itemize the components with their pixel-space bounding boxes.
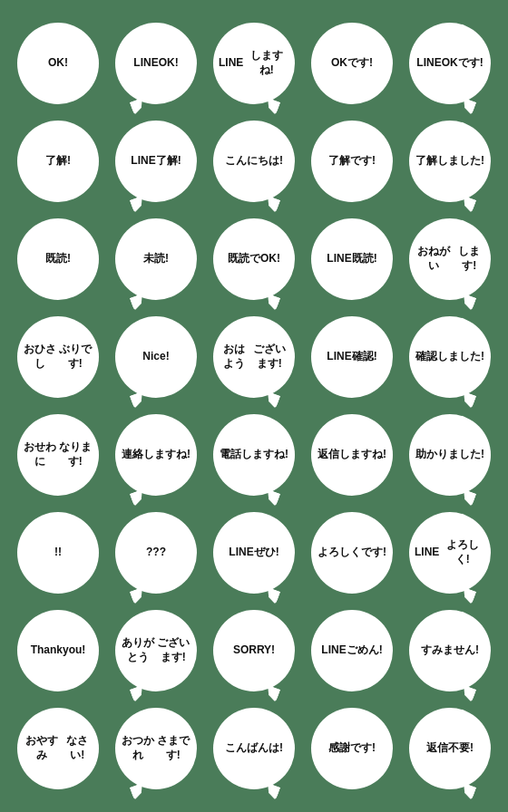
sticker-text-22-line-0: 連絡 — [122, 448, 143, 462]
sticker-bubble-34[interactable]: LINEごめん! — [311, 610, 393, 691]
sticker-bubble-8[interactable]: こんにちは! — [213, 121, 295, 202]
sticker-text-39-line-1: です! — [350, 741, 376, 756]
sticker-cell-35: すみません! — [405, 605, 495, 696]
sticker-text-14-line-0: LINE — [327, 252, 351, 266]
sticker-text-18-line-1: ございます! — [249, 343, 289, 371]
sticker-bubble-24[interactable]: 返信しますね! — [311, 414, 393, 496]
sticker-text-11-line-0: 既読! — [45, 252, 71, 266]
sticker-cell-17: Nice! — [111, 312, 201, 402]
sticker-cell-5: LINEOKです! — [405, 18, 495, 109]
sticker-bubble-11[interactable]: 既読! — [17, 218, 99, 300]
sticker-text-35-line-1: せん! — [454, 643, 479, 658]
sticker-bubble-3[interactable]: LINEしますね! — [213, 23, 295, 104]
sticker-text-23-line-1: しますね! — [241, 448, 288, 462]
sticker-text-9-line-0: 了解 — [328, 154, 350, 169]
sticker-text-6-line-0: 了解! — [45, 154, 71, 169]
sticker-text-32-line-1: ございます! — [155, 636, 191, 664]
sticker-text-36-line-1: なさい! — [62, 734, 93, 762]
sticker-cell-31: Thankyou! — [13, 605, 103, 696]
sticker-cell-16: おひさしぶりです! — [13, 312, 103, 402]
sticker-text-24-line-0: 返信 — [318, 448, 339, 462]
sticker-bubble-33[interactable]: SORRY! — [213, 610, 295, 691]
sticker-text-12-line-0: 未読! — [143, 252, 169, 266]
sticker-text-40-line-1: 不要! — [448, 741, 474, 756]
sticker-bubble-35[interactable]: すみません! — [409, 610, 491, 691]
sticker-cell-26: !! — [13, 508, 103, 598]
sticker-bubble-9[interactable]: 了解です! — [311, 121, 393, 202]
sticker-text-27-line-0: ??? — [146, 546, 166, 560]
sticker-cell-9: 了解です! — [307, 116, 397, 207]
sticker-cell-19: LINE確認! — [307, 312, 397, 402]
sticker-bubble-28[interactable]: LINEぜひ! — [213, 512, 295, 594]
sticker-bubble-16[interactable]: おひさしぶりです! — [17, 316, 99, 398]
sticker-cell-30: LINEよろしく! — [405, 508, 495, 598]
sticker-bubble-31[interactable]: Thankyou! — [17, 610, 99, 691]
sticker-bubble-12[interactable]: 未読! — [115, 218, 197, 300]
sticker-cell-7: LINE了解! — [111, 116, 201, 207]
sticker-text-29-line-1: です! — [361, 546, 386, 560]
sticker-bubble-39[interactable]: 感謝です! — [311, 708, 393, 789]
sticker-text-16-line-1: ぶりです! — [56, 343, 93, 371]
sticker-cell-13: 既読でOK! — [209, 214, 299, 304]
sticker-bubble-20[interactable]: 確認しました! — [409, 316, 491, 398]
sticker-bubble-4[interactable]: OKです! — [311, 23, 393, 104]
sticker-bubble-18[interactable]: おはようございます! — [213, 316, 295, 398]
sticker-cell-34: LINEごめん! — [307, 605, 397, 696]
sticker-bubble-23[interactable]: 電話しますね! — [213, 414, 295, 496]
sticker-text-36-line-0: おやすみ — [23, 734, 62, 762]
sticker-bubble-10[interactable]: 了解しました! — [409, 121, 491, 202]
sticker-text-34-line-1: ごめん! — [347, 643, 383, 658]
sticker-text-3-line-1: しますね! — [243, 49, 289, 77]
sticker-cell-14: LINE既読! — [307, 214, 397, 304]
sticker-text-28-line-0: LINE — [229, 546, 253, 560]
sticker-bubble-40[interactable]: 返信不要! — [409, 708, 491, 789]
sticker-bubble-5[interactable]: LINEOKです! — [409, 23, 491, 104]
sticker-text-21-line-0: おせわに — [23, 440, 56, 469]
sticker-text-18-line-0: おはよう — [219, 343, 249, 371]
sticker-text-15-line-1: します! — [454, 245, 485, 273]
sticker-cell-32: ありがとうございます! — [111, 605, 201, 696]
sticker-bubble-30[interactable]: LINEよろしく! — [409, 512, 491, 594]
sticker-cell-4: OKです! — [307, 18, 397, 109]
sticker-bubble-27[interactable]: ??? — [115, 512, 197, 594]
sticker-bubble-26[interactable]: !! — [17, 512, 99, 594]
sticker-cell-25: 助かりました! — [405, 410, 495, 500]
sticker-bubble-29[interactable]: よろしくです! — [311, 512, 393, 594]
sticker-cell-18: おはようございます! — [209, 312, 299, 402]
sticker-bubble-22[interactable]: 連絡しますね! — [115, 414, 197, 496]
sticker-cell-38: こんばんは! — [209, 703, 299, 794]
sticker-bubble-21[interactable]: おせわになります! — [17, 414, 99, 496]
sticker-bubble-1[interactable]: OK! — [17, 23, 99, 104]
sticker-bubble-13[interactable]: 既読でOK! — [213, 218, 295, 300]
sticker-text-40-line-0: 返信 — [426, 741, 448, 756]
sticker-text-13-line-1: でOK! — [249, 252, 280, 266]
sticker-text-16-line-0: おひさし — [23, 343, 56, 371]
sticker-grid: OK!LINEOK!LINEしますね!OKです!LINEOKです!了解!LINE… — [0, 4, 508, 808]
sticker-text-7-line-1: 了解! — [156, 154, 181, 169]
sticker-text-8-line-0: こんにちは! — [225, 154, 283, 169]
sticker-text-35-line-0: すみま — [421, 643, 454, 658]
sticker-bubble-36[interactable]: おやすみなさい! — [17, 708, 99, 789]
sticker-cell-10: 了解しました! — [405, 116, 495, 207]
sticker-cell-6: 了解! — [13, 116, 103, 207]
sticker-cell-39: 感謝です! — [307, 703, 397, 794]
sticker-text-29-line-0: よろしく — [318, 546, 361, 560]
sticker-bubble-25[interactable]: 助かりました! — [409, 414, 491, 496]
sticker-bubble-6[interactable]: 了解! — [17, 121, 99, 202]
sticker-text-1-line-0: OK! — [48, 56, 68, 71]
sticker-bubble-38[interactable]: こんばんは! — [213, 708, 295, 789]
sticker-bubble-37[interactable]: おつかれさまです! — [115, 708, 197, 789]
sticker-text-4-line-1: です! — [347, 56, 373, 71]
sticker-bubble-17[interactable]: Nice! — [115, 316, 197, 398]
sticker-cell-3: LINEしますね! — [209, 18, 299, 109]
sticker-text-7-line-0: LINE — [131, 154, 155, 169]
sticker-bubble-15[interactable]: おねがいします! — [409, 218, 491, 300]
sticker-text-24-line-1: しますね! — [339, 448, 386, 462]
sticker-text-34-line-0: LINE — [321, 643, 346, 658]
sticker-bubble-32[interactable]: ありがとうございます! — [115, 610, 197, 691]
sticker-text-10-line-1: しました! — [437, 154, 484, 169]
sticker-bubble-14[interactable]: LINE既読! — [311, 218, 393, 300]
sticker-bubble-7[interactable]: LINE了解! — [115, 121, 197, 202]
sticker-bubble-2[interactable]: LINEOK! — [115, 23, 197, 104]
sticker-bubble-19[interactable]: LINE確認! — [311, 316, 393, 398]
